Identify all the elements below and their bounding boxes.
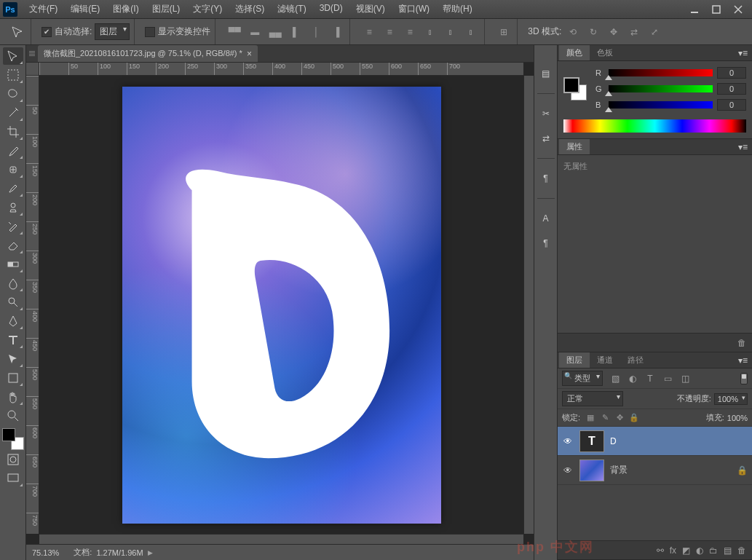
align-hcenter-icon[interactable]: │ — [307, 23, 325, 41]
menu-3d[interactable]: 3D(D) — [314, 0, 349, 18]
menu-image[interactable]: 图像(I) — [107, 0, 144, 18]
gradient-tool[interactable] — [3, 256, 23, 273]
layer-group-icon[interactable]: 🗀 — [709, 545, 718, 556]
quick-mask-tool[interactable] — [3, 451, 23, 468]
document-tab[interactable]: 微信截图_20210816101723.jpg @ 75.1% (D, RGB/… — [38, 45, 258, 62]
panel-menu-icon[interactable]: ▾≡ — [735, 355, 751, 366]
character-panel-icon[interactable]: ✂ — [537, 104, 555, 123]
layer-thumb-image[interactable] — [579, 460, 604, 481]
align-right-icon[interactable]: ▐ — [328, 23, 345, 41]
type-tool[interactable] — [3, 331, 23, 349]
lasso-tool[interactable] — [3, 85, 23, 103]
adjustment-layer-icon[interactable]: ◐ — [696, 545, 703, 556]
g-slider[interactable] — [609, 85, 713, 92]
filter-shape-icon[interactable]: ▭ — [661, 372, 674, 385]
tab-color[interactable]: 颜色 — [559, 45, 590, 60]
menu-layer[interactable]: 图层(L) — [146, 0, 186, 18]
layer-filter-toggle[interactable] — [740, 373, 748, 384]
panel-menu-icon[interactable]: ▾≡ — [735, 48, 751, 58]
3d-roll-icon[interactable]: ↻ — [585, 23, 602, 41]
lock-transparent-icon[interactable]: ▦ — [585, 413, 596, 422]
b-value[interactable]: 0 — [717, 99, 746, 111]
status-zoom[interactable]: 75.13% — [32, 548, 59, 557]
panel-color-swatches[interactable] — [563, 77, 587, 100]
distribute-right-icon[interactable]: ⫾ — [462, 23, 480, 41]
tab-layers[interactable]: 图层 — [559, 352, 590, 368]
properties-trash-icon[interactable]: 🗑 — [737, 338, 746, 348]
g-value[interactable]: 0 — [717, 83, 746, 95]
filter-pixel-icon[interactable]: ▧ — [609, 372, 622, 385]
window-minimize[interactable] — [684, 2, 705, 17]
menu-window[interactable]: 窗口(W) — [392, 0, 435, 18]
layer-row[interactable]: 👁 T D — [558, 427, 752, 456]
align-vcenter-icon[interactable]: ▬ — [246, 23, 264, 41]
distribute-bottom-icon[interactable]: ≡ — [401, 23, 419, 41]
glyph-panel-icon[interactable]: A — [537, 209, 555, 228]
align-top-icon[interactable]: ▀▀ — [226, 23, 243, 41]
menu-type[interactable]: 文字(Y) — [187, 0, 228, 18]
lock-all-icon[interactable]: 🔒 — [628, 413, 640, 422]
color-swatches[interactable] — [2, 428, 24, 450]
crop-tool[interactable] — [3, 123, 23, 141]
menu-file[interactable]: 文件(F) — [23, 0, 63, 18]
distribute-vcenter-icon[interactable]: ≡ — [381, 23, 398, 41]
fill-value[interactable]: 100% — [727, 414, 748, 422]
tab-properties[interactable]: 属性 — [559, 139, 590, 154]
link-layers-icon[interactable]: ⚯ — [657, 545, 664, 556]
screen-mode-tool[interactable] — [3, 470, 23, 487]
lock-pixels-icon[interactable]: ✎ — [599, 413, 611, 422]
layer-thumb-text[interactable]: T — [579, 430, 604, 452]
tab-swatches[interactable]: 色板 — [590, 45, 620, 60]
layer-style-icon[interactable]: fx — [670, 545, 676, 556]
menu-filter[interactable]: 滤镜(T) — [272, 0, 312, 18]
path-select-tool[interactable] — [3, 350, 23, 368]
tab-channels[interactable]: 通道 — [590, 352, 620, 368]
move-tool[interactable] — [3, 47, 23, 65]
pen-tool[interactable] — [3, 312, 23, 330]
show-transform-checkbox[interactable] — [145, 27, 155, 37]
color-spectrum[interactable] — [563, 119, 746, 133]
3d-orbit-icon[interactable]: ⟲ — [564, 23, 582, 41]
layer-filter-kind[interactable]: 类型 — [562, 371, 603, 386]
tab-close-icon[interactable]: × — [247, 49, 252, 59]
canvas[interactable] — [122, 87, 441, 524]
hand-tool[interactable] — [3, 388, 23, 406]
scrollbar-vertical[interactable] — [523, 76, 534, 534]
filter-type-icon[interactable]: T — [644, 372, 657, 385]
auto-select-checkbox[interactable] — [41, 27, 52, 37]
lock-position-icon[interactable]: ✥ — [614, 413, 625, 422]
layer-name[interactable]: D — [610, 436, 617, 446]
layer-lock-icon[interactable]: 🔒 — [737, 465, 748, 476]
eraser-tool[interactable] — [3, 237, 23, 254]
scrollbar-horizontal[interactable] — [39, 534, 523, 544]
distribute-left-icon[interactable]: ⫾ — [421, 23, 439, 41]
r-value[interactable]: 0 — [717, 67, 746, 79]
delete-layer-icon[interactable]: 🗑 — [737, 545, 746, 556]
layer-visibility-icon[interactable]: 👁 — [562, 465, 574, 476]
brushes-panel-icon[interactable]: ⇄ — [537, 129, 555, 148]
stamp-tool[interactable] — [3, 199, 23, 216]
layer-row[interactable]: 👁 背景 🔒 — [558, 456, 752, 485]
auto-select-target[interactable]: 图层 — [95, 23, 130, 40]
paragraph-panel-icon[interactable]: ¶ — [537, 169, 555, 188]
3d-scale-icon[interactable]: ⤢ — [646, 23, 663, 41]
menu-view[interactable]: 视图(V) — [350, 0, 391, 18]
distribute-top-icon[interactable]: ≡ — [360, 23, 378, 41]
auto-align-icon[interactable]: ⊞ — [495, 23, 512, 41]
styles-panel-icon[interactable]: ¶ — [537, 234, 555, 253]
brush-tool[interactable] — [3, 180, 23, 197]
ruler-horizontal[interactable]: 5010015020025030035040045050055060065070… — [39, 63, 523, 76]
zoom-tool[interactable] — [3, 407, 23, 425]
window-maximize[interactable] — [705, 2, 727, 17]
menu-edit[interactable]: 编辑(E) — [65, 0, 106, 18]
filter-adjust-icon[interactable]: ◐ — [626, 372, 639, 385]
tabs-handle-icon[interactable] — [29, 51, 35, 56]
3d-pan-icon[interactable]: ✥ — [605, 23, 622, 41]
align-bottom-icon[interactable]: ▄▄ — [266, 23, 284, 41]
dodge-tool[interactable] — [3, 293, 23, 311]
window-close[interactable] — [727, 2, 749, 17]
blur-tool[interactable] — [3, 275, 23, 292]
distribute-hcenter-icon[interactable]: ⫾ — [442, 23, 459, 41]
ruler-origin[interactable] — [26, 63, 39, 76]
eyedropper-tool[interactable] — [3, 142, 23, 159]
